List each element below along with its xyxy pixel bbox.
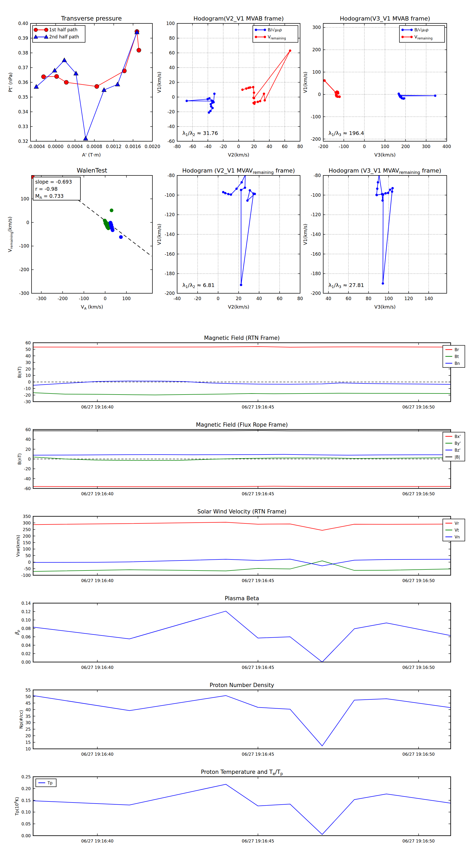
hodogram-v2v1-mvav-xtick: 20 <box>236 296 241 301</box>
solar-wind-velocity-legend-label: Vn <box>454 535 460 539</box>
proton-number-density-ytick: 30 <box>26 720 31 725</box>
proton-number-density-xtick: 06/27 19:16:50 <box>402 752 435 757</box>
walen-test-ytick: -300 <box>19 291 29 296</box>
solar-wind-velocity-legend-label: Vt <box>454 528 459 533</box>
proton-temperature-xtick: 06/27 19:16:40 <box>81 839 113 843</box>
walen-test-ytick: 100 <box>21 196 29 202</box>
magnetic-field-flux-rope-ytick: -20 <box>24 466 31 471</box>
magnetic-field-flux-rope-xtick: 06/27 19:16:45 <box>242 491 274 496</box>
hodogram-v2v1-mvab-xtick: -40 <box>204 144 211 149</box>
hodogram-v2v1-mvab-xtick: -20 <box>220 144 227 149</box>
magnetic-field-rtn-ytick: -30 <box>24 399 31 404</box>
walen-test-xtick: 0 <box>104 296 107 301</box>
solar-wind-velocity-legend-label: Vr <box>454 521 459 526</box>
hodogram-v2v1-mvab-ytick: 20 <box>169 80 175 85</box>
hodogram-v3v1-mvav-xtick: 140 <box>425 296 433 301</box>
magnetic-field-flux-rope-ytick: 60 <box>26 427 31 432</box>
hodogram-v2v1-mvav-xtick: 0 <box>217 296 220 301</box>
proton-number-density-ytick: 10 <box>26 746 31 751</box>
magnetic-field-rtn-ytick: -20 <box>24 393 31 398</box>
hodogram-v3v1-mvav-ytick: -100 <box>311 192 321 198</box>
magnetic-field-flux-rope-legend-label: By' <box>454 441 461 446</box>
walen-test-ytick: -100 <box>19 243 29 249</box>
hodogram-v3v1-mvav-xtick: 60 <box>345 296 351 301</box>
magnetic-field-rtn-ytick: 30 <box>26 360 31 365</box>
magnetic-field-flux-rope-ytick: -60 <box>24 486 31 491</box>
proton-temperature-title: Proton Temperature and Te/Tp <box>201 769 283 776</box>
proton-temperature-ytick: 0.05 <box>21 822 31 827</box>
transverse-pressure-xtick: -0.0004 <box>28 144 45 149</box>
hodogram-v3v1-mvab-ytick: 100 <box>312 69 321 75</box>
proton-number-density-ytick: 35 <box>26 714 31 719</box>
solar-wind-velocity-ytick: -50 <box>24 566 31 571</box>
plasma-beta-ytick: 0.12 <box>21 609 31 614</box>
magnetic-field-rtn-ytick: 40 <box>26 353 31 359</box>
hodogram-v2v1-mvab-xtick: -80 <box>173 144 181 149</box>
walen-test-title: WalenTest <box>77 167 107 174</box>
solar-wind-velocity-ytick: 200 <box>23 534 31 539</box>
transverse-pressure-ytick: 0.35 <box>18 94 28 100</box>
magnetic-field-flux-rope-xtick: 06/27 19:16:50 <box>402 491 435 496</box>
hodogram-v2v1-mvab-ytick: 40 <box>169 65 175 70</box>
plasma-beta-ytick: 0.04 <box>21 643 31 648</box>
walen-test-stat-line: r = -0.98 <box>35 186 58 192</box>
hodogram-v2v1-mvav-xtick: -40 <box>173 296 181 301</box>
hodogram-v2v1-mvav-ytick: -80 <box>167 173 175 178</box>
hodogram-v2v1-mvab-ytick: 100 <box>166 21 175 26</box>
plasma-beta-xtick: 06/27 19:16:45 <box>242 665 274 670</box>
plasma-beta-ytick: 0.14 <box>21 601 31 606</box>
magnetic-field-flux-rope-ytick: 20 <box>26 447 31 452</box>
hodogram-v2v1-mvav-ytick: -120 <box>165 212 175 217</box>
hodogram-v3v1-mvav-xtick: 120 <box>404 296 413 301</box>
hodogram-v3v1-mvav-ylabel: V1(km/s) <box>302 224 308 245</box>
hodogram-v2v1-mvab-xtick: 40 <box>266 144 272 149</box>
hodogram-v2v1-mvab-legend-label: B/√μ₀ρ <box>268 27 282 32</box>
walen-test-stat-line: MA = 0.733 <box>35 193 64 199</box>
hodogram-v2v1-mvab-annotation: λ1/λ2 ≈ 31.76 <box>182 130 218 137</box>
hodogram-v3v1-mvav-ytick: -120 <box>311 212 321 217</box>
hodogram-v2v1-mvab-xlabel: V2(km/s) <box>228 152 249 158</box>
proton-temperature-ytick: 0.10 <box>21 810 31 815</box>
proton-number-density-ytick: 55 <box>26 688 31 692</box>
magnetic-field-rtn-ytick: 20 <box>26 367 31 372</box>
transverse-pressure-ytick: 0.37 <box>18 65 28 70</box>
hodogram-v2v1-mvab-ytick: -40 <box>167 124 175 129</box>
hodogram-v2v1-mvav-ytick: -100 <box>165 192 175 198</box>
hodogram-v2v1-mvav-xtick: -20 <box>194 296 201 301</box>
walen-test-xtick: -300 <box>36 296 46 301</box>
magnetic-field-flux-rope-legend-label: Bx' <box>454 434 461 439</box>
proton-number-density-ytick: 15 <box>26 740 31 745</box>
hodogram-v2v1-mvav-xtick: 60 <box>277 296 282 301</box>
hodogram-v3v1-mvab-xtick: -200 <box>318 144 329 149</box>
magnetic-field-rtn-ylabel: B(nT) <box>17 366 22 378</box>
proton-number-density-ytick: 25 <box>26 727 31 732</box>
walen-test-ytick: -200 <box>19 267 29 272</box>
proton-temperature-ytick: 0.20 <box>21 786 31 791</box>
hodogram-v2v1-mvab-xtick: 20 <box>251 144 257 149</box>
plasma-beta-ytick: 0.10 <box>21 618 31 623</box>
hodogram-v2v1-mvav-xlabel: V2(km/s) <box>228 304 249 310</box>
magnetic-field-flux-rope-legend-label: Bz' <box>454 448 461 453</box>
proton-temperature-xtick: 06/27 19:16:50 <box>402 839 435 843</box>
walen-test-xtick: -200 <box>58 296 68 301</box>
hodogram-v2v1-mvab-xtick: 60 <box>282 144 288 149</box>
proton-number-density-ytick: 40 <box>26 707 31 712</box>
magnetic-field-rtn-xtick: 06/27 19:16:45 <box>242 405 274 409</box>
hodogram-v3v1-mvab-ytick: 0 <box>318 92 321 97</box>
transverse-pressure-xtick: 0.0016 <box>125 144 141 149</box>
hodogram-v2v1-mvav-title: Hodogram (V2_V1 MVAVremaining frame) <box>182 167 295 175</box>
proton-number-density-xtick: 06/27 19:16:45 <box>242 752 274 757</box>
proton-temperature-ytick: 0.25 <box>21 774 31 779</box>
hodogram-v3v1-mvab-xtick: 0 <box>363 144 366 149</box>
proton-number-density-ytick: 50 <box>26 694 31 699</box>
solar-wind-velocity-ytick: 0 <box>28 560 31 565</box>
transverse-pressure-xtick: 0.0004 <box>67 144 83 149</box>
magnetic-field-rtn-legend-label: Br <box>454 347 459 352</box>
hodogram-v3v1-mvab-ylabel: V1(km/s) <box>302 71 308 93</box>
proton-number-density-title: Proton Number Density <box>210 682 274 688</box>
hodogram-v3v1-mvab-ytick: 300 <box>312 25 321 30</box>
magnetic-field-rtn-xtick: 06/27 19:16:40 <box>81 405 113 409</box>
plasma-beta-ytick: 0.00 <box>21 660 31 665</box>
flux-rope-analysis-figure: -0.00040.00000.00040.00080.00120.00160.0… <box>0 0 473 868</box>
solar-wind-velocity-xtick: 06/27 19:16:45 <box>242 578 274 583</box>
